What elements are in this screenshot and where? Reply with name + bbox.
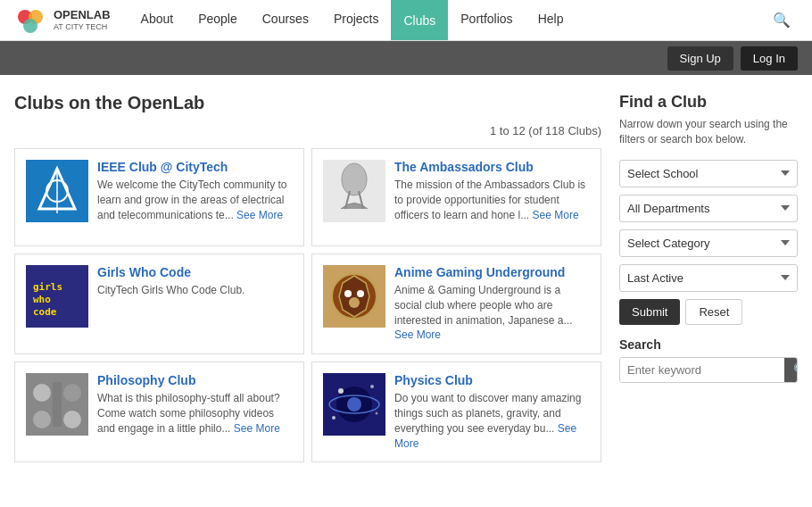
see-more-philosophy[interactable]: See More — [234, 422, 280, 435]
club-card-philosophy: Philosophy Club What is this philosophy-… — [14, 362, 304, 462]
nav-courses[interactable]: Courses — [250, 0, 321, 40]
svg-text:who: who — [33, 294, 51, 305]
filter-buttons: Submit Reset — [619, 299, 798, 325]
logo-subtext: AT CITY TECH — [54, 22, 111, 31]
club-thumb-ieee — [26, 160, 88, 222]
select-category-dropdown[interactable]: Select Category — [619, 229, 798, 257]
club-info-physics: Physics Club Do you want to discover man… — [394, 373, 590, 451]
svg-point-22 — [63, 384, 81, 402]
club-card-ieee: IEEE Club @ CityTech We welcome the City… — [14, 148, 304, 246]
signup-button[interactable]: Sign Up — [667, 46, 733, 71]
club-thumb-gwc: girls who code — [26, 265, 88, 328]
club-card-gwc: girls who code Girls Who Code CityTech G… — [14, 254, 304, 354]
search-input[interactable] — [620, 358, 784, 382]
last-active-dropdown[interactable]: Last Active Active — [619, 264, 798, 292]
club-desc-gwc: CityTech Girls Who Code Club. — [97, 283, 293, 298]
club-info-gwc: Girls Who Code CityTech Girls Who Code C… — [97, 265, 293, 343]
sidebar-title: Find a Club — [619, 93, 798, 112]
all-departments-dropdown[interactable]: All Departments — [619, 195, 798, 222]
svg-point-30 — [338, 388, 344, 394]
submit-button[interactable]: Submit — [619, 299, 680, 325]
top-bar: Sign Up Log In — [0, 41, 812, 75]
club-desc-ieee: We welcome the CityTech community to lea… — [97, 178, 293, 222]
see-more-anime[interactable]: See More — [394, 328, 441, 341]
clubs-grid: IEEE Club @ CityTech We welcome the City… — [14, 148, 601, 462]
physics-logo — [323, 373, 385, 436]
svg-point-21 — [33, 384, 51, 402]
nav-about[interactable]: About — [128, 0, 186, 40]
svg-point-8 — [342, 163, 367, 195]
gwc-logo: girls who code — [26, 265, 88, 328]
select-school-dropdown[interactable]: Select School City Tech — [619, 160, 798, 187]
search-button[interactable]: 🔍 — [784, 358, 798, 382]
main-container: Clubs on the OpenLab 1 to 12 (of 118 Clu… — [0, 75, 812, 480]
ieee-logo — [26, 160, 88, 222]
svg-point-33 — [332, 416, 336, 420]
club-thumb-anime — [323, 265, 385, 328]
club-card-physics: Physics Club Do you want to discover man… — [311, 362, 601, 462]
search-box: 🔍 — [619, 357, 798, 383]
site-logo[interactable]: OPENLAB AT CITY TECH — [14, 4, 111, 37]
svg-point-18 — [357, 290, 364, 297]
club-name-gwc[interactable]: Girls Who Code — [97, 265, 293, 279]
svg-point-31 — [370, 385, 374, 388]
sidebar: Find a Club Narrow down your search usin… — [619, 93, 798, 462]
nav-clubs[interactable]: Clubs — [391, 0, 448, 40]
club-name-philosophy[interactable]: Philosophy Club — [97, 373, 293, 387]
club-name-anime[interactable]: Anime Gaming Underground — [394, 265, 590, 279]
club-thumb-philosophy — [26, 373, 88, 436]
navbar: OPENLAB AT CITY TECH About People Course… — [0, 0, 812, 41]
club-name-ieee[interactable]: IEEE Club @ CityTech — [97, 160, 293, 174]
philosophy-logo — [26, 373, 88, 436]
login-button[interactable]: Log In — [741, 46, 798, 71]
search-label: Search — [619, 337, 798, 352]
club-desc-physics: Do you want to discover many amazing thi… — [394, 391, 590, 451]
club-info-anime: Anime Gaming Underground Anime & Gaming … — [394, 265, 590, 343]
search-icon[interactable]: 🔍 — [766, 12, 798, 29]
reset-button[interactable]: Reset — [685, 299, 742, 325]
club-card-ambassadors: The Ambassadors Club The mission of the … — [311, 148, 601, 246]
logo-icon — [14, 4, 46, 37]
club-thumb-ambassadors — [323, 160, 385, 222]
nav-links: About People Courses Projects Clubs Port… — [128, 0, 766, 40]
svg-text:girls: girls — [33, 281, 62, 293]
nav-projects[interactable]: Projects — [321, 0, 392, 40]
club-desc-philosophy: What is this philosophy-stuff all about?… — [97, 391, 293, 436]
svg-point-17 — [344, 290, 352, 297]
page-title: Clubs on the OpenLab — [14, 93, 601, 113]
content-area: Clubs on the OpenLab 1 to 12 (of 118 Clu… — [14, 93, 601, 462]
svg-text:code: code — [33, 306, 57, 318]
club-name-physics[interactable]: Physics Club — [394, 373, 590, 387]
svg-point-28 — [347, 397, 361, 411]
pagination-info: 1 to 12 (of 118 Clubs) — [14, 124, 601, 137]
club-name-ambassadors[interactable]: The Ambassadors Club — [394, 160, 590, 174]
svg-rect-25 — [53, 382, 62, 427]
ambassadors-logo — [323, 160, 385, 222]
nav-people[interactable]: People — [186, 0, 250, 40]
svg-point-24 — [63, 411, 81, 428]
club-info-philosophy: Philosophy Club What is this philosophy-… — [97, 373, 293, 451]
nav-portfolios[interactable]: Portfolios — [448, 0, 525, 40]
club-thumb-physics — [323, 373, 385, 436]
club-info-ieee: IEEE Club @ CityTech We welcome the City… — [97, 160, 293, 235]
club-desc-ambassadors: The mission of the Ambassadors Club is t… — [394, 178, 590, 222]
club-desc-anime: Anime & Gaming Underground is a social c… — [394, 283, 590, 343]
svg-point-2 — [23, 19, 37, 33]
svg-point-19 — [349, 297, 360, 308]
svg-point-23 — [33, 411, 51, 428]
nav-help[interactable]: Help — [526, 0, 576, 40]
club-info-ambassadors: The Ambassadors Club The mission of the … — [394, 160, 590, 235]
see-more-ieee[interactable]: See More — [236, 209, 283, 221]
svg-point-32 — [376, 412, 378, 415]
club-card-anime: Anime Gaming Underground Anime & Gaming … — [311, 254, 601, 354]
sidebar-desc: Narrow down your search using the filter… — [619, 117, 798, 147]
anime-logo — [323, 265, 385, 328]
see-more-ambassadors[interactable]: See More — [533, 209, 579, 221]
logo-text: OPENLAB — [54, 9, 111, 21]
